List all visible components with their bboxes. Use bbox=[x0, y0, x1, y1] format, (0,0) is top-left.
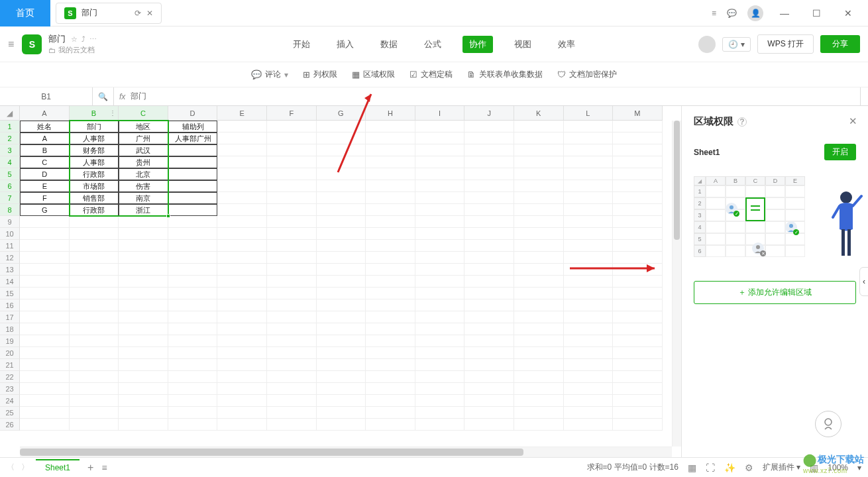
cell-G4[interactable] bbox=[317, 156, 366, 168]
cell-M22[interactable] bbox=[613, 371, 663, 383]
row-header-23[interactable]: 23 bbox=[0, 383, 20, 395]
cell-J12[interactable] bbox=[464, 252, 514, 264]
h-scroll-thumb[interactable] bbox=[20, 449, 523, 456]
cell-C25[interactable] bbox=[119, 407, 168, 419]
cell-E7[interactable] bbox=[217, 192, 267, 204]
cell-C20[interactable] bbox=[119, 347, 168, 359]
cell-C6[interactable]: 伤害 bbox=[119, 180, 168, 192]
cell-E24[interactable] bbox=[217, 395, 267, 407]
col-header-E[interactable]: E bbox=[217, 106, 267, 121]
cell-J26[interactable] bbox=[464, 419, 514, 431]
cell-K16[interactable] bbox=[514, 299, 564, 311]
cell-C12[interactable] bbox=[119, 252, 168, 264]
cell-K7[interactable] bbox=[514, 192, 564, 204]
cell-E21[interactable] bbox=[217, 359, 267, 371]
cell-L25[interactable] bbox=[564, 407, 614, 419]
cell-C17[interactable] bbox=[119, 311, 168, 323]
cell-E20[interactable] bbox=[217, 347, 267, 359]
row-header-13[interactable]: 13 bbox=[0, 264, 20, 276]
cell-reference[interactable]: B1 bbox=[0, 87, 93, 105]
cell-E4[interactable] bbox=[217, 156, 267, 168]
col-header-I[interactable]: I bbox=[415, 106, 465, 121]
cell-E22[interactable] bbox=[217, 371, 267, 383]
cell-M18[interactable] bbox=[613, 323, 663, 335]
formula-value[interactable]: 部门 bbox=[131, 91, 146, 102]
cell-C19[interactable] bbox=[119, 335, 168, 347]
cell-F10[interactable] bbox=[267, 228, 317, 240]
cell-B16[interactable] bbox=[70, 299, 119, 311]
cell-C11[interactable] bbox=[119, 240, 168, 252]
row-header-2[interactable]: 2 bbox=[0, 132, 20, 144]
cell-H2[interactable] bbox=[366, 132, 415, 144]
cell-M10[interactable] bbox=[613, 228, 663, 240]
cell-D15[interactable] bbox=[168, 288, 218, 299]
cell-D9[interactable] bbox=[168, 216, 218, 228]
cell-C21[interactable] bbox=[119, 359, 168, 371]
cell-B10[interactable] bbox=[70, 228, 119, 240]
cell-K26[interactable] bbox=[514, 419, 564, 431]
row-header-21[interactable]: 21 bbox=[0, 359, 20, 371]
cell-E14[interactable] bbox=[217, 276, 267, 288]
cell-H25[interactable] bbox=[366, 407, 415, 419]
cell-F20[interactable] bbox=[267, 347, 317, 359]
cell-L9[interactable] bbox=[564, 216, 614, 228]
cell-G14[interactable] bbox=[317, 276, 366, 288]
cell-B12[interactable] bbox=[70, 252, 119, 264]
row-header-12[interactable]: 12 bbox=[0, 252, 20, 264]
cell-L7[interactable] bbox=[564, 192, 614, 204]
menu-tab-视图[interactable]: 视图 bbox=[509, 36, 537, 53]
col-header-L[interactable]: L bbox=[564, 106, 614, 121]
cell-H5[interactable] bbox=[366, 168, 415, 180]
cell-A20[interactable] bbox=[20, 347, 70, 359]
cell-C13[interactable] bbox=[119, 264, 168, 276]
cell-L1[interactable] bbox=[564, 121, 614, 132]
cell-A11[interactable] bbox=[20, 240, 70, 252]
cell-M21[interactable] bbox=[613, 359, 663, 371]
cell-H7[interactable] bbox=[366, 192, 415, 204]
cell-B14[interactable] bbox=[70, 276, 119, 288]
row-header-26[interactable]: 26 bbox=[0, 419, 20, 431]
cell-G21[interactable] bbox=[317, 359, 366, 371]
cell-L19[interactable] bbox=[564, 335, 614, 347]
cell-I11[interactable] bbox=[415, 240, 465, 252]
panel-collapse-handle[interactable]: ‹ bbox=[859, 267, 868, 296]
cell-A5[interactable]: D bbox=[20, 168, 70, 180]
row-header-4[interactable]: 4 bbox=[0, 156, 20, 168]
cell-L26[interactable] bbox=[564, 419, 614, 431]
panel-close-button[interactable]: ✕ bbox=[849, 115, 857, 127]
cell-D10[interactable] bbox=[168, 228, 218, 240]
cell-G10[interactable] bbox=[317, 228, 366, 240]
row-header-17[interactable]: 17 bbox=[0, 311, 20, 323]
col-header-B[interactable]: B⋮ bbox=[70, 106, 119, 121]
close-tab-icon[interactable]: ✕ bbox=[146, 9, 153, 18]
prev-sheet-icon[interactable]: 〈 bbox=[7, 462, 15, 473]
cell-E16[interactable] bbox=[217, 299, 267, 311]
cell-B4[interactable]: 人事部 bbox=[70, 156, 119, 168]
cell-A16[interactable] bbox=[20, 299, 70, 311]
cell-D5[interactable] bbox=[168, 168, 218, 180]
cell-C22[interactable] bbox=[119, 371, 168, 383]
cell-K9[interactable] bbox=[514, 216, 564, 228]
cell-C23[interactable] bbox=[119, 383, 168, 395]
cell-B15[interactable] bbox=[70, 288, 119, 299]
cell-A18[interactable] bbox=[20, 323, 70, 335]
cell-D19[interactable] bbox=[168, 335, 218, 347]
cell-F1[interactable] bbox=[267, 121, 317, 132]
cell-G16[interactable] bbox=[317, 299, 366, 311]
cell-B22[interactable] bbox=[70, 371, 119, 383]
cell-A7[interactable]: F bbox=[20, 192, 70, 204]
cell-E11[interactable] bbox=[217, 240, 267, 252]
cell-K21[interactable] bbox=[514, 359, 564, 371]
link-form-button[interactable]: 🗎关联表单收集数据 bbox=[467, 69, 543, 80]
cell-H3[interactable] bbox=[366, 144, 415, 156]
cell-H11[interactable] bbox=[366, 240, 415, 252]
cell-L24[interactable] bbox=[564, 395, 614, 407]
cell-J16[interactable] bbox=[464, 299, 514, 311]
menu-tab-插入[interactable]: 插入 bbox=[331, 36, 359, 53]
cell-K22[interactable] bbox=[514, 371, 564, 383]
cell-E25[interactable] bbox=[217, 407, 267, 419]
cell-A10[interactable] bbox=[20, 228, 70, 240]
cell-G18[interactable] bbox=[317, 323, 366, 335]
cell-C3[interactable]: 武汉 bbox=[119, 144, 168, 156]
cell-E5[interactable] bbox=[217, 168, 267, 180]
